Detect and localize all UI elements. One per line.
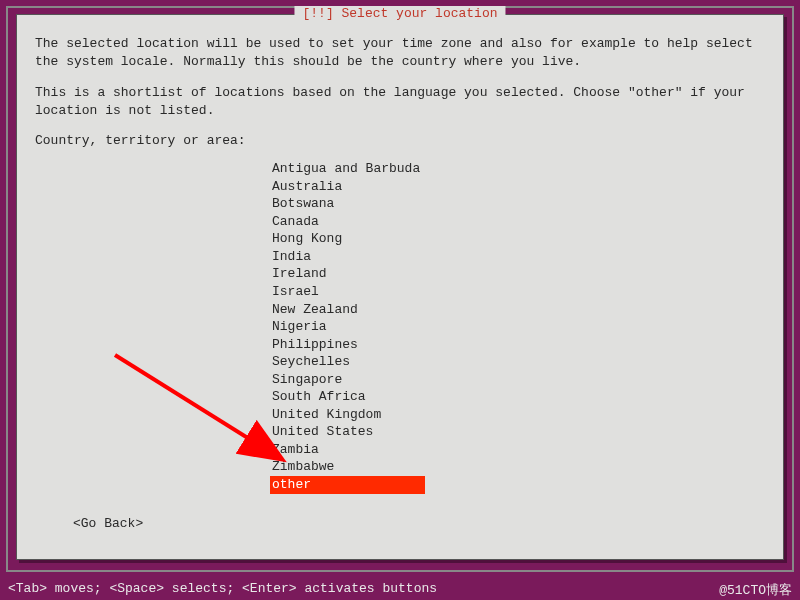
location-option[interactable]: Ireland <box>270 265 765 283</box>
watermark: @51CTO博客 <box>719 581 792 597</box>
description-paragraph-2: This is a shortlist of locations based o… <box>35 84 765 119</box>
location-option[interactable]: Hong Kong <box>270 230 765 248</box>
location-option[interactable]: United States <box>270 423 765 441</box>
location-option[interactable]: Canada <box>270 213 765 231</box>
go-back-button[interactable]: <Go Back> <box>73 516 143 531</box>
location-option[interactable]: Australia <box>270 178 765 196</box>
location-option[interactable]: India <box>270 248 765 266</box>
location-option[interactable]: Botswana <box>270 195 765 213</box>
location-option[interactable]: Philippines <box>270 336 765 354</box>
location-option[interactable]: Zimbabwe <box>270 458 765 476</box>
location-option[interactable]: United Kingdom <box>270 406 765 424</box>
dialog-title: [!!] Select your location <box>294 6 505 21</box>
location-option[interactable]: Nigeria <box>270 318 765 336</box>
location-option[interactable]: Israel <box>270 283 765 301</box>
location-option[interactable]: Singapore <box>270 371 765 389</box>
location-option[interactable]: other <box>270 476 425 494</box>
location-option[interactable]: New Zealand <box>270 301 765 319</box>
dialog-content: The selected location will be used to se… <box>17 15 783 543</box>
location-option[interactable]: South Africa <box>270 388 765 406</box>
location-list: Antigua and BarbudaAustraliaBotswanaCana… <box>270 160 765 493</box>
prompt-label: Country, territory or area: <box>35 133 765 148</box>
description-paragraph-1: The selected location will be used to se… <box>35 35 765 70</box>
location-option[interactable]: Antigua and Barbuda <box>270 160 765 178</box>
location-option[interactable]: Seychelles <box>270 353 765 371</box>
location-dialog: [!!] Select your location The selected l… <box>16 14 784 560</box>
keyboard-help: <Tab> moves; <Space> selects; <Enter> ac… <box>8 581 437 597</box>
status-bar: <Tab> moves; <Space> selects; <Enter> ac… <box>0 578 800 600</box>
location-option[interactable]: Zambia <box>270 441 765 459</box>
